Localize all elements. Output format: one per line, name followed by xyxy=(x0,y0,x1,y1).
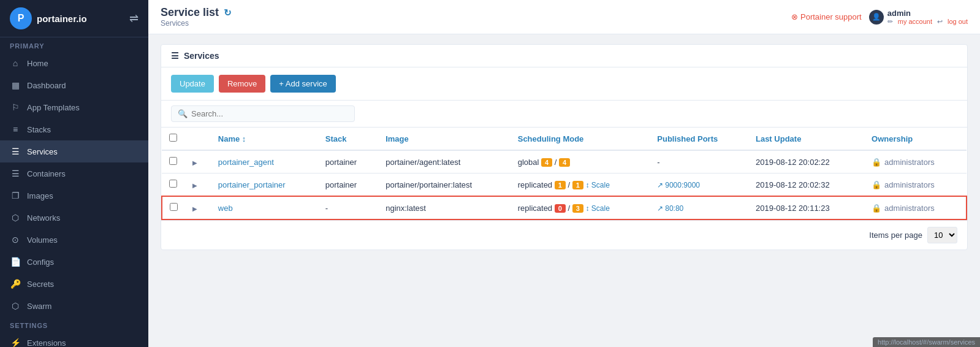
sidebar-item-containers[interactable]: ☰ Containers xyxy=(0,162,148,185)
row2-port-link[interactable]: ↗ 9000:9000 xyxy=(657,181,700,189)
items-per-page-label: Items per page xyxy=(869,231,922,240)
avatar: 👤 xyxy=(869,10,884,25)
row1-ownership-cell: 🔒 administrators xyxy=(864,150,967,174)
search-bar: 🔍 xyxy=(161,101,967,128)
sidebar-item-swarm[interactable]: ⬡ Swarm xyxy=(0,295,148,317)
row3-mode-text: replicated xyxy=(518,204,552,213)
sidebar-item-configs-label: Configs xyxy=(27,257,54,267)
sidebar-item-stacks[interactable]: ≡ Stacks xyxy=(0,118,148,140)
items-per-page-select[interactable]: 10 25 50 xyxy=(927,227,957,243)
portainer-support-link[interactable]: ⊗ Portainer support xyxy=(791,12,862,21)
search-input[interactable] xyxy=(191,109,348,118)
row3-expand-cell: ▶ xyxy=(185,196,211,219)
images-icon: ❐ xyxy=(10,191,21,200)
remove-button[interactable]: Remove xyxy=(219,75,265,93)
row2-name-link[interactable]: portainer_portainer xyxy=(218,180,286,189)
select-all-checkbox[interactable] xyxy=(169,134,177,142)
dashboard-icon: ▦ xyxy=(10,80,21,90)
stacks-icon: ≡ xyxy=(10,124,21,134)
sidebar-item-configs[interactable]: 📄 Configs xyxy=(0,251,148,273)
topbar: Service list ↻ Services ⊗ Portainer supp… xyxy=(148,0,980,34)
row2-ownership-cell: 🔒 administrators xyxy=(864,174,967,197)
row2-expand-cell: ▶ xyxy=(185,174,211,197)
sidebar-item-networks[interactable]: ⬡ Networks xyxy=(0,207,148,229)
row1-ports-cell: - xyxy=(650,150,748,174)
search-input-wrap: 🔍 xyxy=(171,105,355,122)
admin-links: ✏ my account ↩ log out xyxy=(887,18,968,26)
sidebar-item-swarm-label: Swarm xyxy=(27,302,51,311)
row1-sep: / xyxy=(555,158,557,167)
row2-checkbox[interactable] xyxy=(169,180,177,188)
row3-sep: / xyxy=(568,204,570,213)
col-image: Image xyxy=(378,128,511,150)
row3-mode-cell: replicated 0 / 3 ↕ Scale xyxy=(511,196,650,219)
sidebar-item-secrets[interactable]: 🔑 Secrets xyxy=(0,273,148,295)
sidebar-item-services[interactable]: ☰ Services xyxy=(0,140,148,162)
refresh-icon[interactable]: ↻ xyxy=(224,7,232,18)
row3-port-link[interactable]: ↗ 80:80 xyxy=(657,204,683,213)
support-icon: ⊗ xyxy=(791,12,798,21)
swarm-icon: ⬡ xyxy=(10,301,21,311)
panel-icon: ☰ xyxy=(171,51,179,61)
logo-text: portainer.io xyxy=(37,13,87,24)
row2-scale-link[interactable]: ↕ Scale xyxy=(585,181,609,189)
row2-mode-text: replicated xyxy=(518,180,552,189)
admin-name: admin xyxy=(887,9,968,18)
sidebar-item-home[interactable]: ⌂ Home xyxy=(0,52,148,74)
row1-ownership-icon: 🔒 xyxy=(872,158,881,167)
content-area: ☰ Services Update Remove + Add service 🔍 xyxy=(148,34,980,347)
table-row: ▶ web - nginx:latest replicated 0 xyxy=(162,196,967,219)
col-stack: Stack xyxy=(318,128,378,150)
row1-mode-cell: global 4 / 4 xyxy=(511,150,650,174)
col-name[interactable]: Name ↕ xyxy=(211,128,318,150)
row3-scale-link[interactable]: ↕ Scale xyxy=(585,204,609,213)
row1-stack-cell: portainer xyxy=(318,150,378,174)
logout-icon: ↩ xyxy=(937,18,943,26)
row3-count1-badge: 0 xyxy=(555,204,566,213)
row1-expand-cell: ▶ xyxy=(185,150,211,174)
app-templates-icon: ⚐ xyxy=(10,102,21,112)
my-account-link[interactable]: my account xyxy=(898,18,932,26)
row2-port-text: 9000:9000 xyxy=(665,181,700,189)
col-ownership: Ownership xyxy=(864,128,967,150)
toolbar: Update Remove + Add service xyxy=(161,67,967,101)
sidebar-item-secrets-label: Secrets xyxy=(27,280,54,289)
configs-icon: 📄 xyxy=(10,257,21,267)
row2-checkbox-cell xyxy=(162,174,185,197)
row1-expand-icon[interactable]: ▶ xyxy=(192,159,197,166)
networks-icon: ⬡ xyxy=(10,213,21,223)
services-icon: ☰ xyxy=(10,147,21,156)
sidebar-item-services-label: Services xyxy=(27,147,58,156)
sidebar-item-dashboard[interactable]: ▦ Dashboard xyxy=(0,74,148,96)
search-icon: 🔍 xyxy=(178,109,188,118)
breadcrumb: Services xyxy=(161,19,232,28)
row3-ownership-label: administrators xyxy=(884,204,935,213)
col-scheduling-mode: Scheduling Mode xyxy=(511,128,650,150)
add-service-button[interactable]: + Add service xyxy=(270,75,335,93)
row1-checkbox[interactable] xyxy=(169,157,177,165)
update-button[interactable]: Update xyxy=(171,75,214,93)
select-all-header xyxy=(162,128,185,150)
row2-expand-icon[interactable]: ▶ xyxy=(192,182,197,189)
row2-lastupdate-cell: 2019-08-12 20:02:32 xyxy=(748,174,864,197)
exchange-icon[interactable]: ⇌ xyxy=(129,12,139,25)
sidebar-item-app-templates[interactable]: ⚐ App Templates xyxy=(0,96,148,118)
log-out-link[interactable]: log out xyxy=(948,18,968,26)
table-head: Name ↕ Stack Image Scheduling Mode Publi… xyxy=(162,128,967,150)
sidebar-item-home-label: Home xyxy=(27,59,48,68)
row3-expand-icon[interactable]: ▶ xyxy=(192,205,197,212)
sidebar-item-extensions[interactable]: ⚡ Extensions xyxy=(0,332,148,347)
row2-stack-cell: portainer xyxy=(318,174,378,197)
sidebar-item-images[interactable]: ❐ Images xyxy=(0,185,148,207)
external-link-icon: ↗ xyxy=(657,181,663,189)
row1-count2-badge: 4 xyxy=(559,158,570,167)
row3-checkbox[interactable] xyxy=(170,203,178,211)
section-settings-label: SETTINGS xyxy=(0,317,148,332)
extensions-icon: ⚡ xyxy=(10,338,21,347)
expand-col-header xyxy=(185,128,211,150)
sidebar-item-extensions-label: Extensions xyxy=(27,338,66,348)
col-published-ports: Published Ports xyxy=(650,128,748,150)
row1-name-link[interactable]: portainer_agent xyxy=(218,158,274,167)
row3-name-link[interactable]: web xyxy=(218,204,233,213)
sidebar-item-volumes[interactable]: ⊙ Volumes xyxy=(0,229,148,251)
